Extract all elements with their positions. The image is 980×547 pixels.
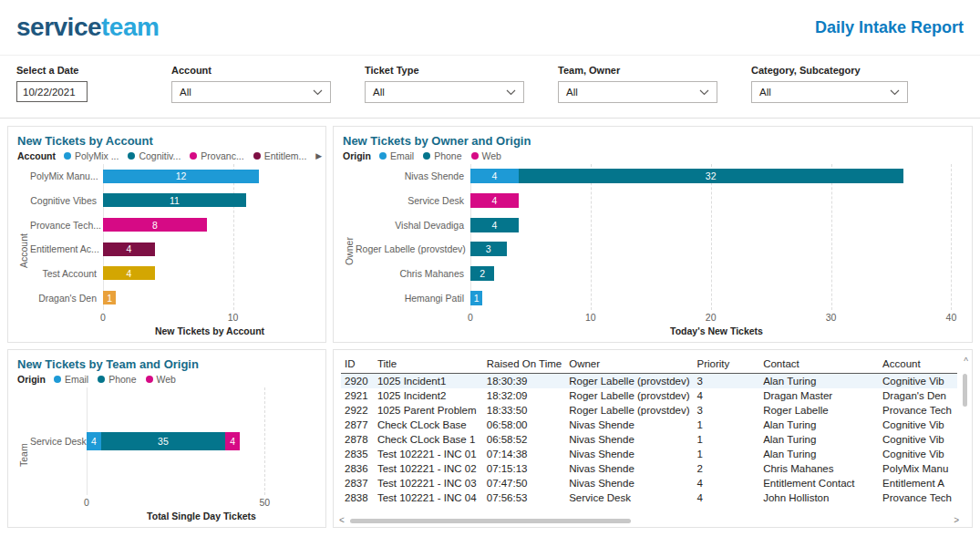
bar-segment[interactable]: 4 <box>87 432 101 450</box>
table-cell: 1 <box>694 447 760 461</box>
column-header[interactable]: Account <box>879 356 957 373</box>
bar-segment[interactable]: 4 <box>225 432 240 450</box>
scroll-right-icon[interactable]: > <box>954 516 959 525</box>
table-row[interactable]: 29201025 Incident118:30:39Roger Labelle … <box>341 373 957 388</box>
table-cell: Service Desk <box>565 490 693 505</box>
bar-row: Hemangi Patil1 <box>356 291 963 305</box>
table-row[interactable]: 29221025 Parent Problem18:33:50Roger Lab… <box>341 403 957 418</box>
column-header[interactable]: Priority <box>694 356 760 373</box>
ticket-type-filter-dropdown[interactable]: All <box>365 81 524 103</box>
vertical-scrollbar-thumb[interactable] <box>963 374 967 407</box>
legend-title: Origin <box>343 150 371 161</box>
logo-part-team: team <box>101 13 159 41</box>
filter-team-owner: Team, Owner All <box>558 65 751 103</box>
table-row[interactable]: 29211025 Incident218:32:09Roger Labelle … <box>341 388 957 403</box>
legend-item[interactable]: Entitlem... <box>253 150 307 161</box>
category-label: Dragan's Den <box>30 293 103 304</box>
bar-segment[interactable]: 1 <box>470 291 482 305</box>
bar-track: 4 <box>470 193 957 208</box>
filter-label: Team, Owner <box>558 65 751 76</box>
serviceteam-logo: serviceteam <box>16 15 159 40</box>
table-cell: 1 <box>694 418 760 432</box>
bar-segment[interactable]: 3 <box>470 242 507 256</box>
table-cell: 07:56:53 <box>483 490 565 505</box>
table-row[interactable]: 2837Test 102221 - INC 0307:47:50Nivas Sh… <box>341 476 957 490</box>
category-filter-dropdown[interactable]: All <box>751 81 908 103</box>
y-axis-title: Account <box>17 164 30 338</box>
table-cell: Roger Labelle (provstdev) <box>565 403 693 418</box>
bar-segment[interactable]: 12 <box>103 170 259 183</box>
bar-segment[interactable]: 4 <box>103 266 155 280</box>
table-cell: Nivas Shende <box>565 418 693 432</box>
bar-row: Test Account4 <box>30 266 316 280</box>
dropdown-value: All <box>373 87 385 98</box>
table-row[interactable]: 2878Check CLock Base 106:58:52Nivas Shen… <box>341 432 957 447</box>
table-cell: PolyMix Manu <box>879 461 957 476</box>
bar-segment[interactable]: 4 <box>470 218 519 232</box>
legend-item[interactable]: Web <box>146 374 176 385</box>
filter-bar: Select a Date Account All Ticket Type Al… <box>0 56 980 119</box>
bar-segment[interactable]: 11 <box>103 193 246 207</box>
legend-label: Email <box>390 150 414 161</box>
logo-part-service: service <box>16 13 101 41</box>
bar-row: Roger Labelle (provstdev)3 <box>356 242 963 256</box>
legend-item[interactable]: Cognitiv... <box>128 150 181 161</box>
legend-more-arrow[interactable]: ▶ <box>315 151 322 160</box>
bar-segment[interactable]: 1 <box>103 291 116 304</box>
legend-item[interactable]: Email <box>54 374 88 385</box>
table-cell: Check CLock Base <box>374 418 483 432</box>
column-header[interactable]: Raised On Time <box>483 356 565 373</box>
scroll-up-icon[interactable]: ^ <box>964 357 968 366</box>
axis-tick-label: 0 <box>100 312 106 323</box>
column-header[interactable]: Owner <box>565 356 693 373</box>
table-cell: Nivas Shende <box>565 432 693 447</box>
legend-item[interactable]: Phone <box>423 150 461 161</box>
category-label: Vishal Devadiga <box>356 220 470 231</box>
table-row[interactable]: 2877Check CLock Base06:58:00Nivas Shende… <box>341 418 957 432</box>
legend-item[interactable]: PolyMix ... <box>64 150 119 161</box>
bar-segment[interactable]: 32 <box>519 169 903 183</box>
legend-item[interactable]: Email <box>379 150 414 161</box>
filter-label: Ticket Type <box>365 65 558 76</box>
table-cell: 06:58:52 <box>483 432 565 447</box>
legend-label: PolyMix ... <box>75 150 119 161</box>
table-cell: 3 <box>694 373 760 388</box>
chevron-down-icon <box>313 89 323 96</box>
scroll-left-icon[interactable]: < <box>339 516 345 525</box>
date-input[interactable] <box>16 81 88 102</box>
bar-segment[interactable]: 35 <box>101 432 226 450</box>
legend-item[interactable]: Web <box>471 150 501 161</box>
bar-segment[interactable]: 4 <box>103 243 155 256</box>
table-row[interactable]: 2838Test 102221 - INC 0407:56:53Service … <box>341 490 957 505</box>
bar-track: 12 <box>103 170 311 183</box>
legend-title: Origin <box>17 374 46 385</box>
legend-title: Account <box>17 150 56 161</box>
bar-segment[interactable]: 4 <box>470 193 519 208</box>
table-cell: 2835 <box>341 447 374 461</box>
legend-dot-icon <box>64 152 71 160</box>
column-header[interactable]: Contact <box>759 356 879 373</box>
account-filter-dropdown[interactable]: All <box>171 81 331 103</box>
bar-segment[interactable]: 2 <box>470 266 494 281</box>
table-cell: Cognitive Vib <box>879 447 957 461</box>
table-cell: 18:32:09 <box>483 388 565 403</box>
horizontal-scrollbar-thumb[interactable] <box>350 519 631 523</box>
x-axis-ticks: 010 <box>103 310 311 323</box>
chart-plot: Team Service Desk4354 050 Total Single D… <box>17 387 316 523</box>
chart-plot: Owner Nivas Shende432Service Desk4Vishal… <box>343 164 963 338</box>
bar-segment[interactable]: 4 <box>470 169 519 183</box>
column-header[interactable]: ID <box>341 356 374 373</box>
x-axis-title: Total Single Day Tickets <box>87 508 316 523</box>
team-owner-filter-dropdown[interactable]: All <box>558 81 717 103</box>
legend-item[interactable]: Phone <box>98 374 136 385</box>
table-row[interactable]: 2836Test 102221 - INC 0207:15:13Nivas Sh… <box>341 461 957 476</box>
legend-dot-icon <box>253 152 261 160</box>
table-header-row: IDTitleRaised On TimeOwnerPriorityContac… <box>341 356 957 373</box>
column-header[interactable]: Title <box>374 356 483 373</box>
table-cell: Test 102221 - INC 02 <box>374 461 483 476</box>
bar-segment[interactable]: 8 <box>103 218 207 232</box>
table-cell: 2922 <box>341 403 374 418</box>
legend-item[interactable]: Provanc... <box>190 150 243 161</box>
table-row[interactable]: 2835Test 102221 - INC 0107:14:38Nivas Sh… <box>341 447 957 461</box>
chart-title: New Tickets by Account <box>17 134 316 148</box>
